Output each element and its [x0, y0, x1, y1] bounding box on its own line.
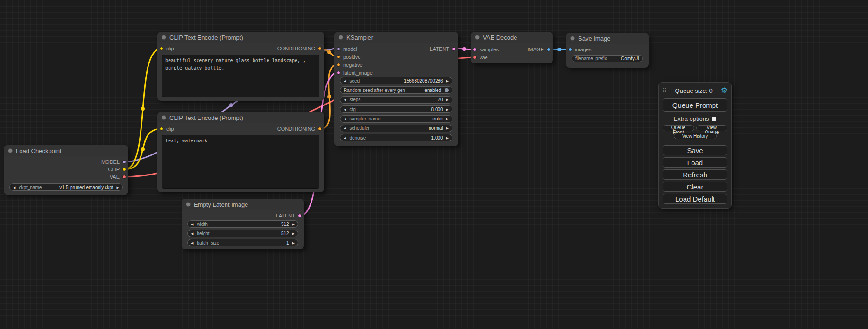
- input-slot-images-dot[interactable]: [568, 48, 572, 51]
- output-slot-conditioning-label: CONDITIONING: [277, 126, 315, 132]
- collapse-dot-icon[interactable]: [186, 202, 191, 207]
- prompt-textarea[interactable]: text, watermark: [162, 135, 319, 189]
- output-slot-image-dot[interactable]: [547, 48, 550, 51]
- node-title: KSampler: [346, 34, 373, 41]
- increment-arrow-icon[interactable]: ▶: [446, 117, 449, 120]
- node-title-bar[interactable]: CLIP Text Encode (Prompt): [157, 112, 324, 123]
- collapse-dot-icon[interactable]: [162, 115, 166, 120]
- increment-arrow-icon[interactable]: ▶: [446, 108, 449, 111]
- decrement-arrow-icon[interactable]: ◀: [344, 126, 346, 130]
- load-button[interactable]: Load: [663, 157, 727, 168]
- widget-filename-prefix[interactable]: filename_prefix ComfyUI: [572, 55, 643, 62]
- widget-name: batch_size: [197, 240, 219, 245]
- increment-arrow-icon[interactable]: ▶: [292, 241, 295, 245]
- settings-gear-icon[interactable]: ⚙: [721, 87, 727, 94]
- decrement-arrow-icon[interactable]: ◀: [344, 79, 346, 83]
- load-default-button[interactable]: Load Default: [663, 194, 727, 204]
- increment-arrow-icon[interactable]: ▶: [446, 136, 449, 140]
- widget-denoise[interactable]: ◀ denoise 1.000 ▶: [340, 134, 452, 141]
- queue-front-button[interactable]: Queue Front: [663, 125, 694, 131]
- widget-name: filename_prefix: [575, 56, 607, 61]
- node-title-bar[interactable]: Save Image: [566, 33, 649, 44]
- output-slot-conditioning-dot[interactable]: [318, 47, 322, 50]
- drag-handle-icon[interactable]: ⠿: [663, 87, 667, 94]
- view-history-button[interactable]: View History: [674, 133, 717, 139]
- collapse-dot-icon[interactable]: [570, 36, 575, 41]
- input-slot-samples-dot[interactable]: [473, 48, 477, 51]
- collapse-dot-icon[interactable]: [162, 35, 166, 40]
- prompt-textarea[interactable]: beautiful scenery nature glass bottle la…: [162, 55, 319, 97]
- widget-value: 1: [286, 240, 289, 245]
- widget-seed[interactable]: ◀ seed 156680208700286 ▶: [340, 77, 452, 84]
- input-slot-positive-dot[interactable]: [337, 55, 340, 59]
- input-slot-latent-image-dot[interactable]: [337, 71, 340, 75]
- widget-sampler-name[interactable]: ◀ sampler_name euler ▶: [340, 115, 452, 123]
- decrement-arrow-icon[interactable]: ◀: [191, 241, 193, 245]
- node-title-bar[interactable]: VAE Decode: [471, 32, 553, 43]
- decrement-arrow-icon[interactable]: ◀: [13, 186, 15, 189]
- node-load-checkpoint[interactable]: Load Checkpoint MODEL CLIP VAE: [4, 145, 128, 195]
- decrement-arrow-icon[interactable]: ◀: [191, 232, 193, 235]
- node-canvas[interactable]: Load Checkpoint MODEL CLIP VAE: [0, 0, 868, 329]
- collapse-dot-icon[interactable]: [8, 148, 13, 153]
- input-slot-clip-dot[interactable]: [160, 127, 163, 131]
- collapse-dot-icon[interactable]: [339, 35, 343, 40]
- node-title-bar[interactable]: CLIP Text Encode (Prompt): [157, 32, 324, 43]
- output-slot-latent-dot[interactable]: [298, 214, 302, 217]
- slot-row: images: [566, 46, 649, 53]
- widget-value: normal: [429, 126, 443, 131]
- decrement-arrow-icon[interactable]: ◀: [344, 117, 346, 120]
- output-slot-conditioning-dot[interactable]: [318, 127, 322, 131]
- widget-steps[interactable]: ◀ steps 20 ▶: [340, 96, 452, 104]
- widget-random-seed-toggle[interactable]: Random seed after every gen enabled: [340, 86, 452, 94]
- input-slot-vae-dot[interactable]: [473, 56, 477, 59]
- increment-arrow-icon[interactable]: ▶: [117, 186, 119, 189]
- toggle-indicator-icon[interactable]: [445, 88, 449, 92]
- increment-arrow-icon[interactable]: ▶: [292, 223, 295, 226]
- node-vae-decode[interactable]: VAE Decode samples IMAGE vae: [471, 32, 553, 63]
- view-queue-button[interactable]: View Queue: [696, 125, 728, 131]
- input-slot-negative-dot[interactable]: [337, 63, 340, 67]
- decrement-arrow-icon[interactable]: ◀: [344, 136, 346, 140]
- widget-height[interactable]: ◀ height 512 ▶: [187, 230, 298, 237]
- input-slot-clip-dot[interactable]: [160, 47, 163, 50]
- widget-ckpt-name[interactable]: ◀ ckpt_name v1-5-pruned-emaonly.ckpt ▶: [9, 183, 123, 191]
- decrement-arrow-icon[interactable]: ◀: [344, 108, 346, 111]
- refresh-button[interactable]: Refresh: [663, 169, 727, 180]
- increment-arrow-icon[interactable]: ▶: [446, 98, 449, 101]
- save-button[interactable]: Save: [663, 145, 727, 155]
- input-slot-model-dot[interactable]: [337, 47, 340, 51]
- widget-scheduler[interactable]: ◀ scheduler normal ▶: [340, 125, 452, 132]
- increment-arrow-icon[interactable]: ▶: [446, 126, 449, 130]
- clear-button[interactable]: Clear: [663, 182, 727, 192]
- decrement-arrow-icon[interactable]: ◀: [191, 223, 193, 226]
- increment-arrow-icon[interactable]: ▶: [292, 232, 295, 235]
- node-ksampler[interactable]: KSampler model LATENT positive: [334, 32, 458, 146]
- widget-cfg[interactable]: ◀ cfg 8.000 ▶: [340, 105, 452, 113]
- decrement-arrow-icon[interactable]: ◀: [344, 98, 346, 101]
- extra-options-checkbox[interactable]: [712, 117, 716, 121]
- output-slot-clip-label: CLIP: [108, 167, 120, 172]
- increment-arrow-icon[interactable]: ▶: [446, 79, 449, 83]
- node-title-bar[interactable]: Load Checkpoint: [4, 145, 128, 156]
- input-slot-clip-label: clip: [166, 46, 174, 51]
- node-clip-text-encode-positive[interactable]: CLIP Text Encode (Prompt) clip CONDITION…: [157, 32, 324, 101]
- widget-value: v1-5-pruned-emaonly.ckpt: [59, 185, 113, 190]
- node-save-image[interactable]: Save Image images filename_prefix ComfyU…: [566, 33, 649, 68]
- node-title-bar[interactable]: Empty Latent Image: [182, 199, 304, 210]
- output-slot-vae-dot[interactable]: [122, 175, 126, 179]
- widget-batch-size[interactable]: ◀ batch_size 1 ▶: [187, 239, 298, 246]
- widget-width[interactable]: ◀ width 512 ▶: [187, 220, 298, 228]
- slot-row: clip CONDITIONING: [157, 125, 324, 133]
- output-slot-model-dot[interactable]: [122, 160, 126, 164]
- output-slot-image-label: IMAGE: [528, 47, 544, 52]
- node-empty-latent-image[interactable]: Empty Latent Image LATENT ◀ width 512 ▶ …: [182, 199, 304, 249]
- collapse-dot-icon[interactable]: [475, 35, 480, 40]
- node-clip-text-encode-negative[interactable]: CLIP Text Encode (Prompt) clip CONDITION…: [157, 112, 324, 192]
- output-slot-latent-label: LATENT: [276, 213, 295, 218]
- widget-value: enabled: [424, 88, 441, 93]
- output-slot-latent-dot[interactable]: [452, 47, 456, 51]
- queue-prompt-button[interactable]: Queue Prompt: [663, 98, 727, 112]
- output-slot-clip-dot[interactable]: [122, 168, 126, 171]
- node-title-bar[interactable]: KSampler: [334, 32, 458, 43]
